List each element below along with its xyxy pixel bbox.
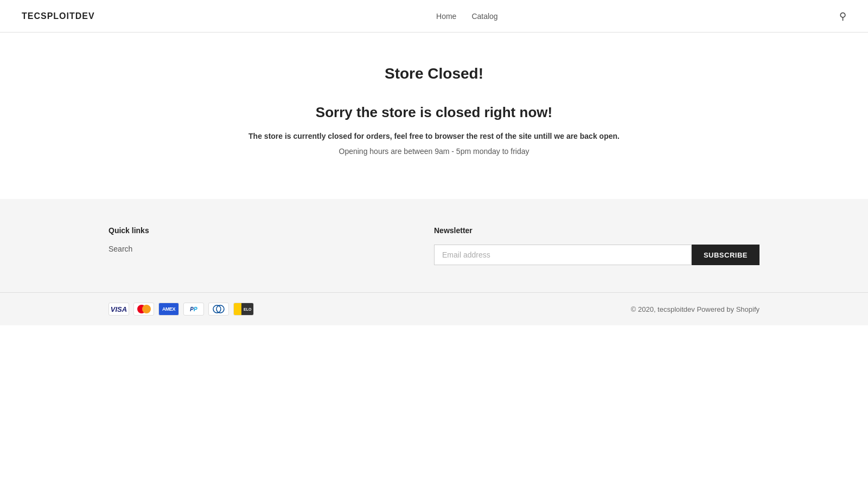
sorry-heading: Sorry the store is closed right now! xyxy=(11,104,857,121)
main-nav: Home Catalog xyxy=(436,12,498,21)
nav-catalog[interactable]: Catalog xyxy=(471,12,497,21)
diners-icon xyxy=(208,303,229,316)
page-remainder xyxy=(0,325,868,466)
visa-icon: VISA xyxy=(108,303,129,316)
search-link[interactable]: Search xyxy=(108,245,434,253)
main-content: Store Closed! Sorry the store is closed … xyxy=(0,33,868,199)
payment-icons: VISA AMEX PP xyxy=(108,303,254,316)
elo-icon: ELO xyxy=(233,303,254,316)
paypal-icon: PP xyxy=(183,303,204,316)
opening-hours: Opening hours are between 9am - 5pm mond… xyxy=(11,147,857,156)
newsletter-section: Newsletter SUBSCRIBE xyxy=(434,226,760,265)
mastercard-icon xyxy=(133,303,154,316)
nav-home[interactable]: Home xyxy=(436,12,456,21)
site-header: TECSPLOITDEV Home Catalog ⚲ xyxy=(0,0,868,33)
quick-links-section: Quick links Search xyxy=(108,226,434,265)
footer-bottom: VISA AMEX PP xyxy=(0,292,868,325)
newsletter-form: SUBSCRIBE xyxy=(434,245,760,265)
amex-icon: AMEX xyxy=(158,303,179,316)
footer-main: Quick links Search Newsletter SUBSCRIBE xyxy=(0,199,868,292)
quick-links-title: Quick links xyxy=(108,226,434,235)
store-description: The store is currently closed for orders… xyxy=(11,132,857,140)
subscribe-button[interactable]: SUBSCRIBE xyxy=(692,245,760,265)
email-input[interactable] xyxy=(434,245,692,265)
store-closed-title: Store Closed! xyxy=(11,65,857,82)
newsletter-title: Newsletter xyxy=(434,226,760,235)
search-icon[interactable]: ⚲ xyxy=(839,10,846,22)
logo[interactable]: TECSPLOITDEV xyxy=(22,11,95,21)
copyright: © 2020, tecsploitdev Powered by Shopify xyxy=(631,305,760,313)
